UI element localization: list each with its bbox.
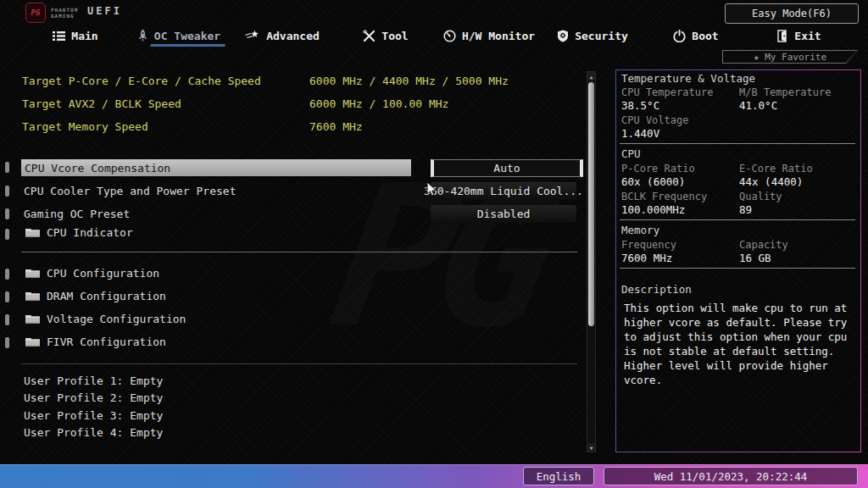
pcore-ratio-value: 60x (6000)	[621, 175, 685, 188]
setting-cpu-vcore-compensation[interactable]: CPU Vcore Compensation	[21, 159, 411, 176]
bclk-frequency-value: 100.000MHz	[621, 203, 685, 216]
scrollbar-thumb[interactable]	[588, 82, 594, 326]
row-marker	[5, 208, 9, 219]
cpu-vcore-compensation-value-button[interactable]: Auto	[431, 159, 583, 177]
temp-voltage-title: Temperature & Voltage	[621, 72, 755, 85]
tab-main-label: Main	[71, 30, 97, 42]
setting-cpu-cooler-type[interactable]: CPU Cooler Type and Power Preset	[24, 185, 236, 197]
memory-frequency-label: Frequency	[621, 239, 676, 251]
folder-dram-configuration[interactable]: DRAM Configuration	[25, 290, 166, 302]
easy-mode-button[interactable]: Easy Mode(F6)	[725, 3, 859, 24]
tab-advanced[interactable]: Advanced	[231, 24, 334, 47]
target-core-speed-label: Target P-Core / E-Core / Cache Speed	[22, 75, 261, 87]
cpu-voltage-label: CPU Voltage	[621, 114, 688, 126]
nav-bar: Main OC Tweaker Advanced	[24, 24, 851, 47]
row-marker	[5, 269, 9, 280]
item-cpu-indicator-label: CPU Indicator	[47, 226, 133, 239]
tab-hw-monitor[interactable]: H/W Monitor	[437, 24, 541, 47]
cpu-section-title: CPU	[621, 147, 641, 160]
status-sidebar: Temperature & Voltage CPU Temperature M/…	[615, 69, 861, 452]
setting-gaming-oc-preset[interactable]: Gaming OC Preset	[24, 208, 130, 220]
my-favorite-button[interactable]: ★ My Favorite	[722, 50, 858, 64]
target-memory-row: Target Memory Speed 7600 MHz	[22, 120, 148, 133]
user-profile-2[interactable]: User Profile 2: Empty	[24, 391, 163, 404]
target-memory-value: 7600 MHz	[309, 120, 363, 133]
row-marker	[5, 229, 9, 240]
rocket-icon	[137, 29, 148, 42]
sidebar-separator	[620, 268, 855, 269]
my-favorite-label: ★ My Favorite	[723, 51, 857, 63]
cpu-temperature-label: CPU Temperature	[621, 86, 713, 98]
item-cpu-indicator[interactable]: CPU Indicator	[25, 226, 133, 239]
scroll-up-button[interactable]: ▲	[587, 72, 595, 80]
gauge-icon	[443, 30, 456, 42]
mb-temperature-label: M/B Temperature	[739, 86, 831, 98]
brand-name: PHANTOM GAMING	[51, 7, 78, 19]
tab-oc-tweaker-label: OC Tweaker	[154, 30, 220, 42]
sidebar-separator	[620, 143, 855, 144]
tab-exit[interactable]: Exit	[748, 24, 851, 47]
folder-icon	[25, 268, 40, 279]
description-title: Description	[621, 283, 692, 296]
tab-exit-label: Exit	[794, 30, 821, 42]
brand-block: PG PHANTOM GAMING	[25, 3, 78, 23]
folder-cpu-configuration-label: CPU Configuration	[47, 267, 159, 280]
target-avx2-bclk-value: 6000 MHz / 100.00 MHz	[309, 97, 448, 110]
row-marker	[5, 186, 9, 197]
row-marker	[5, 337, 9, 348]
tab-tool-label: Tool	[381, 30, 408, 42]
wrench-icon	[363, 30, 376, 42]
folder-icon	[25, 227, 40, 238]
sidebar-separator	[620, 219, 855, 220]
language-button[interactable]: English	[523, 467, 594, 485]
target-memory-label: Target Memory Speed	[22, 120, 148, 133]
folder-fivr-configuration-label: FIVR Configuration	[47, 336, 166, 348]
memory-frequency-value: 7600 MHz	[621, 252, 672, 264]
scrollbar[interactable]: ▲ ▼	[587, 71, 596, 452]
target-core-speed-row: Target P-Core / E-Core / Cache Speed 600…	[22, 75, 261, 87]
memory-section-title: Memory	[621, 224, 659, 236]
quality-value: 89	[739, 203, 752, 216]
folder-icon	[25, 313, 40, 324]
tab-boot-label: Boot	[692, 30, 718, 42]
gaming-oc-preset-value-button[interactable]: Disabled	[431, 205, 576, 223]
target-avx2-bclk-label: Target AVX2 / BCLK Speed	[22, 97, 181, 110]
uefi-bios-screen: PG PG PHANTOM GAMING UEFI Easy Mode(F6) …	[0, 0, 868, 488]
folder-fivr-configuration[interactable]: FIVR Configuration	[25, 336, 166, 348]
cpu-voltage-value: 1.440V	[621, 127, 659, 140]
cpu-temperature-value: 38.5°C	[621, 99, 659, 112]
user-profile-4[interactable]: User Profile 4: Empty	[24, 426, 163, 439]
scroll-down-button[interactable]: ▼	[587, 443, 595, 452]
separator	[21, 252, 577, 252]
folder-icon	[25, 336, 40, 347]
ecore-ratio-value: 44x (4400)	[739, 175, 803, 188]
shield-icon	[557, 30, 569, 42]
target-core-speed-value: 6000 MHz / 4400 MHz / 5000 MHz	[309, 75, 509, 87]
cpu-cooler-type-value-button[interactable]: 360-420mm Liquid Cool...	[431, 182, 576, 200]
folder-cpu-configuration[interactable]: CPU Configuration	[25, 267, 159, 280]
tab-security[interactable]: Security	[541, 24, 644, 47]
description-text: This option will make cpu to run at high…	[624, 301, 858, 387]
tab-oc-tweaker[interactable]: OC Tweaker	[127, 24, 231, 47]
ecore-ratio-label: E-Core Ratio	[739, 163, 813, 175]
tab-tool[interactable]: Tool	[334, 24, 437, 47]
user-profile-1[interactable]: User Profile 1: Empty	[24, 374, 163, 387]
tab-main[interactable]: Main	[24, 24, 127, 47]
uefi-label: UEFI	[87, 5, 122, 17]
folder-voltage-configuration-label: Voltage Configuration	[47, 313, 186, 325]
brand-name-line2: GAMING	[51, 13, 78, 19]
user-profile-3[interactable]: User Profile 3: Empty	[24, 409, 163, 422]
phantom-gaming-logo-icon: PG	[25, 3, 46, 23]
pcore-ratio-label: P-Core Ratio	[621, 163, 695, 175]
phantom-gaming-watermark: PG	[319, 144, 559, 370]
list-icon	[53, 30, 65, 42]
tab-boot[interactable]: Boot	[644, 24, 748, 47]
folder-voltage-configuration[interactable]: Voltage Configuration	[25, 313, 186, 325]
datetime-button[interactable]: Wed 11/01/2023, 20:22:44	[604, 467, 858, 485]
footer-bar: English Wed 11/01/2023, 20:22:44	[0, 464, 868, 488]
power-icon	[673, 30, 686, 42]
quality-label: Quality	[739, 191, 782, 202]
row-marker	[5, 314, 9, 325]
bclk-frequency-label: BCLK Frequency	[621, 191, 707, 202]
folder-dram-configuration-label: DRAM Configuration	[47, 290, 166, 302]
